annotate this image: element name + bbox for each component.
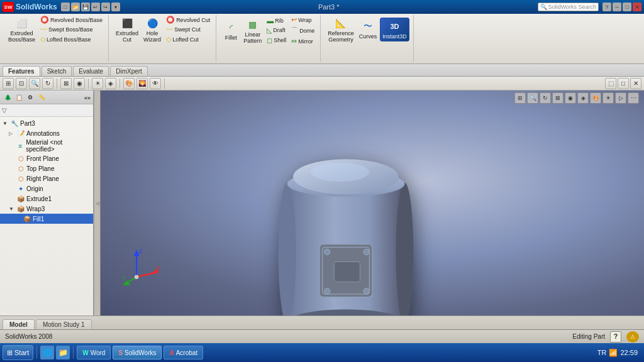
extruded-boss-button[interactable]: ⬜ ExtrudedBoss/Base	[6, 15, 37, 44]
search-bar[interactable]: 🔍 SolidWorks Search	[538, 3, 599, 11]
collapse-arrows[interactable]: «»	[84, 95, 91, 101]
start-button[interactable]: ⊞ Start	[3, 345, 33, 360]
filter-bar: ▽	[0, 104, 93, 117]
tab-dimxpert[interactable]: DimXpert	[110, 66, 148, 76]
realview-btn[interactable]: 👁	[150, 78, 161, 89]
curves-button[interactable]: 〜 Curves	[357, 18, 379, 41]
mirror-button[interactable]: ⇔ Mirror	[289, 36, 316, 46]
shell-button[interactable]: ◻ Shell	[265, 36, 288, 45]
close-btn[interactable]: ✕	[633, 3, 641, 11]
vp-hide-btn[interactable]: ◈	[577, 92, 589, 104]
vp-zoom-btn[interactable]: 🔍	[527, 92, 538, 104]
zoom-in-btn[interactable]: 🔍	[29, 78, 40, 89]
word-taskbar-btn[interactable]: W Word	[77, 346, 111, 359]
explorer-quicklaunch[interactable]: 📁	[56, 346, 70, 359]
lofted-cut-button[interactable]: ◇ Lofted Cut	[164, 35, 212, 44]
feature-tree-icon[interactable]: 🌲	[3, 92, 13, 102]
tab-motion-study[interactable]: Motion Study 1	[36, 319, 92, 329]
acrobat-taskbar-btn[interactable]: A Acrobat	[164, 346, 203, 359]
scene-btn[interactable]: 🌄	[136, 78, 148, 89]
vp-extras-btn[interactable]: ⋯	[628, 92, 639, 104]
vp-display-btn[interactable]: ◉	[565, 92, 576, 104]
tab-sketch[interactable]: Sketch	[42, 66, 72, 76]
vp-appearance-btn[interactable]: 🎨	[590, 92, 601, 104]
tree-item-right-plane[interactable]: ⬡ Right Plane	[0, 173, 93, 184]
close-viewport-btn[interactable]: ✕	[630, 78, 641, 89]
right-plane-icon: ⬡	[16, 174, 25, 183]
window-controls[interactable]: ? ─ □ ✕	[602, 3, 641, 11]
material-label: Material <not specified>	[26, 139, 91, 153]
panel-collapse-handle[interactable]: ◁	[94, 90, 101, 315]
hide-btn[interactable]: ◈	[105, 78, 116, 89]
front-plane-icon: ⬡	[16, 154, 25, 163]
cut-sub-group: ⭕ Revolved Cut 〰 Swept Cut ◇ Lofted Cut	[164, 15, 212, 44]
save-btn[interactable]: 💾	[81, 3, 90, 11]
undo-btn[interactable]: ↩	[91, 3, 100, 11]
panel-arrows: «»	[84, 94, 91, 101]
linear-pattern-button[interactable]: ▦ LinearPattern	[242, 16, 264, 45]
swept-boss-button[interactable]: 〰 Swept Boss/Base	[38, 25, 104, 34]
options-btn[interactable]: ▾	[111, 3, 120, 11]
annotations-label: Annotations	[26, 130, 60, 137]
solidworks-taskbar-btn[interactable]: S SolidWorks	[113, 346, 162, 359]
display-style-btn[interactable]: ◉	[74, 78, 85, 89]
hole-wizard-button[interactable]: 🔵 HoleWizard	[142, 15, 163, 44]
maximize-viewport-btn[interactable]: □	[618, 78, 629, 89]
tree-item-top-plane[interactable]: ⬡ Top Plane	[0, 163, 93, 173]
section-view-btn[interactable]: ⊠	[60, 78, 72, 89]
tab-model[interactable]: Model	[3, 319, 35, 329]
quick-access[interactable]: □ 📂 💾 ↩ ↪ ▾	[61, 3, 120, 11]
vp-rotate-btn[interactable]: ↻	[540, 92, 551, 104]
window-title: Part3 *	[120, 3, 538, 11]
swept-cut-button[interactable]: 〰 Swept Cut	[164, 25, 212, 34]
appearance-btn[interactable]: 🎨	[123, 78, 135, 89]
config-manager-icon[interactable]: ⚙	[25, 92, 35, 102]
tree-item-fill1[interactable]: 📦 Fill1	[0, 214, 93, 224]
redo-btn[interactable]: ↪	[101, 3, 110, 11]
tree-item-material[interactable]: ≡ Material <not specified>	[0, 138, 93, 153]
vp-orient-btn[interactable]: ⊞	[514, 92, 526, 104]
dim-xpert-icon[interactable]: 📏	[36, 92, 47, 102]
tree-item-wrap3[interactable]: ▼ 📦 Wrap3	[0, 204, 93, 214]
tree-item-front-plane[interactable]: ⬡ Front Plane	[0, 153, 93, 163]
hole-wizard-label: HoleWizard	[143, 30, 161, 43]
reference-geometry-button[interactable]: 📐 ReferenceGeometry	[326, 15, 356, 44]
property-manager-icon[interactable]: 📋	[14, 92, 24, 102]
zoom-to-fit-btn[interactable]: ⊡	[16, 78, 27, 89]
rotate-btn[interactable]: ↻	[42, 78, 53, 89]
bottom-tab-bar: Model Motion Study 1	[0, 315, 644, 329]
restore-btn[interactable]: ⬚	[605, 78, 616, 89]
maximize-btn[interactable]: □	[623, 3, 631, 11]
3d-viewport[interactable]: ⊞ 🔍 ↻ ⊠ ◉ ◈ 🎨 ☀ ▷ ⋯	[101, 90, 644, 315]
instant3d-button[interactable]: 3D Instant3D	[380, 18, 409, 41]
vp-lights-btn[interactable]: ☀	[602, 92, 614, 104]
new-btn[interactable]: □	[61, 3, 70, 11]
ie-quicklaunch[interactable]: 🌐	[40, 346, 54, 359]
vp-apply-btn[interactable]: ▷	[615, 92, 626, 104]
view-orientation-btn[interactable]: ⊞	[3, 78, 14, 89]
tree-item-annotations[interactable]: ▷ 📝 Annotations	[0, 128, 93, 138]
minimize-btn[interactable]: ─	[613, 3, 621, 11]
rib-button[interactable]: ▬ Rib	[265, 16, 288, 25]
tree-item-origin[interactable]: ✦ Origin	[0, 184, 93, 194]
tree-item-extrude1[interactable]: 📦 Extrude1	[0, 194, 93, 204]
draft-button[interactable]: ◺ Draft	[265, 26, 288, 35]
revolved-boss-button[interactable]: ⭕ Revolved Boss/Base	[38, 15, 104, 25]
fillet-button[interactable]: ◜ Fillet	[221, 19, 240, 42]
extruded-cut-button[interactable]: ⬛ ExtrudedCut	[114, 15, 140, 44]
tab-features[interactable]: Features	[3, 66, 40, 76]
tree-item-part3[interactable]: ▼ 🔧 Part3	[0, 118, 93, 128]
wrap-button[interactable]: ↩ Wrap	[289, 15, 316, 25]
tab-evaluate[interactable]: Evaluate	[73, 66, 109, 76]
help-btn[interactable]: ?	[602, 3, 611, 11]
help-button[interactable]: ?	[610, 331, 621, 343]
annotations-icon: 📝	[16, 129, 25, 138]
extrude1-label: Extrude1	[26, 195, 52, 202]
vp-section-btn[interactable]: ⊠	[552, 92, 564, 104]
lighting-btn[interactable]: ☀	[92, 78, 103, 89]
revolved-cut-button[interactable]: ⭕ Revolved Cut	[164, 15, 212, 25]
dome-button[interactable]: ⌒ Dome	[289, 25, 316, 36]
status-bar: SolidWorks 2008 Editing Part ? ⚠	[0, 329, 644, 343]
lofted-boss-button[interactable]: ◇ Lofted Boss/Base	[38, 35, 104, 44]
open-btn[interactable]: 📂	[71, 3, 80, 11]
